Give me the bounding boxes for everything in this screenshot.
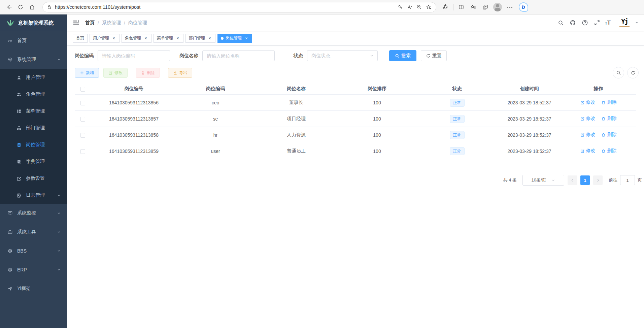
user-avatar[interactable]: Yj: [618, 17, 631, 29]
table-header: 岗位编号 岗位编码 岗位名称 岗位排序 状态 创建时间 操作: [75, 83, 636, 95]
chevron-down-icon: [551, 178, 555, 183]
tab-menus[interactable]: 菜单管理×: [154, 34, 183, 43]
col-post-sort: 岗位排序: [338, 86, 416, 92]
search-button[interactable]: 搜索: [389, 50, 416, 61]
plant-logo-icon: [6, 19, 15, 27]
row-delete-link[interactable]: 删除: [601, 132, 616, 138]
collections-icon: [482, 4, 488, 10]
row-checkbox[interactable]: [80, 101, 85, 105]
settings-menu-button[interactable]: [504, 1, 515, 13]
tab-roles[interactable]: 角色管理×: [122, 34, 151, 43]
read-aloud-button[interactable]: [405, 2, 414, 12]
close-icon[interactable]: ×: [244, 36, 249, 41]
row-edit-link[interactable]: 修改: [580, 99, 596, 105]
address-bar[interactable]: https://ccnetcore.com:1101/system/post: [42, 2, 436, 12]
tab-departments[interactable]: 部门管理×: [185, 34, 215, 43]
next-page-button[interactable]: [593, 175, 603, 185]
sidebar-item-roles[interactable]: 角色管理: [0, 86, 67, 103]
home-button[interactable]: [26, 1, 38, 13]
export-button[interactable]: 导出: [168, 68, 192, 78]
sidebar-item-bbs[interactable]: BBS: [0, 241, 67, 260]
tab-posts-active[interactable]: 岗位管理×: [217, 34, 252, 43]
sidebar-item-monitor[interactable]: 系统监控: [0, 204, 67, 223]
cell-post-name: 项目经理: [254, 116, 338, 122]
edit-button[interactable]: 修改: [103, 68, 128, 78]
sidebar-item-parameters[interactable]: 参数设置: [0, 170, 67, 187]
post-code-input[interactable]: [98, 50, 170, 61]
chevron-down-icon: [57, 211, 61, 215]
close-icon[interactable]: ×: [143, 36, 148, 41]
edit-square-icon: [108, 71, 113, 75]
sidebar-fold-button[interactable]: [72, 19, 80, 27]
header-search-button[interactable]: [556, 19, 565, 27]
post-name-input[interactable]: [202, 50, 275, 61]
cell-post-sort: 100: [338, 100, 416, 105]
add-button[interactable]: 新增: [75, 68, 99, 78]
back-button[interactable]: [3, 1, 15, 13]
browser-toolbar: https://ccnetcore.com:1101/system/post: [0, 0, 644, 14]
sidebar-item-home[interactable]: 首页: [0, 31, 67, 50]
row-checkbox[interactable]: [80, 149, 85, 154]
close-icon[interactable]: ×: [111, 36, 116, 41]
favorite-add-button[interactable]: [424, 2, 433, 12]
refresh-button[interactable]: [15, 1, 26, 13]
gear-icon: [7, 57, 13, 62]
favorites-hub-button[interactable]: [468, 1, 479, 13]
password-button[interactable]: [396, 2, 405, 12]
user-menu-caret[interactable]: [635, 21, 639, 25]
profile-button[interactable]: [492, 1, 503, 13]
breadcrumb-current: 岗位管理: [128, 20, 147, 26]
help-button[interactable]: [581, 19, 589, 27]
goto-page-input[interactable]: [620, 175, 635, 185]
row-checkbox[interactable]: [80, 133, 85, 138]
sidebar-item-tools[interactable]: 系统工具: [0, 223, 67, 241]
sidebar-item-posts[interactable]: 岗位管理: [0, 136, 67, 153]
sidebar-item-departments[interactable]: 部门管理: [0, 120, 67, 136]
text-size-button[interactable]: TT: [605, 20, 611, 26]
globe-icon: [7, 267, 13, 272]
zoom-out-button[interactable]: [414, 2, 424, 12]
url-text: https://ccnetcore.com:1101/system/post: [55, 4, 396, 10]
sidebar-item-logs[interactable]: 日志管理: [0, 187, 67, 204]
filter-form: 岗位编码 岗位名称 状态 岗位状态 搜索 重置: [75, 50, 644, 61]
split-screen-button[interactable]: [455, 1, 467, 13]
row-edit-link[interactable]: 修改: [580, 132, 596, 138]
table-settings: [613, 67, 639, 78]
tab-home[interactable]: 首页: [73, 34, 88, 43]
sidebar-item-yi-framework[interactable]: Yi框架: [0, 279, 67, 298]
collections-button[interactable]: [480, 1, 491, 13]
reset-button[interactable]: 重置: [421, 50, 447, 61]
close-icon[interactable]: ×: [175, 36, 180, 41]
refresh-table-button[interactable]: [627, 67, 639, 78]
row-edit-link[interactable]: 修改: [580, 116, 596, 122]
prev-page-button[interactable]: [568, 175, 577, 185]
chevron-down-icon: [57, 268, 61, 272]
breadcrumb-home[interactable]: 首页: [85, 20, 95, 26]
row-delete-link[interactable]: 删除: [601, 99, 616, 105]
toggle-search-button[interactable]: [613, 67, 624, 78]
page-size-select[interactable]: 10条/页: [522, 175, 564, 186]
row-edit-link[interactable]: 修改: [580, 148, 596, 154]
sidebar-item-dictionary[interactable]: 字典管理: [0, 153, 67, 170]
sidebar-item-erp[interactable]: ERP: [0, 260, 67, 279]
total-count: 共 4 条: [503, 177, 517, 183]
delete-button[interactable]: 删除: [136, 68, 160, 78]
row-checkbox[interactable]: [80, 117, 85, 122]
tab-users[interactable]: 用户管理×: [90, 34, 120, 43]
fullscreen-button[interactable]: [593, 19, 602, 27]
trash-icon: [601, 100, 606, 105]
row-delete-link[interactable]: 删除: [601, 148, 616, 154]
sidebar-item-menus[interactable]: 菜单管理: [0, 103, 67, 120]
select-all-checkbox[interactable]: [80, 87, 85, 92]
sidebar-item-users[interactable]: 用户管理: [0, 69, 67, 86]
row-delete-link[interactable]: 删除: [601, 116, 616, 122]
bing-copilot-button[interactable]: b: [519, 2, 528, 12]
sidebar-item-system[interactable]: 系统管理: [0, 50, 67, 69]
col-post-name: 岗位名称: [254, 86, 338, 92]
page-1-button[interactable]: 1: [580, 175, 590, 185]
favorites-hub-icon: [470, 4, 476, 10]
extensions-button[interactable]: [440, 1, 451, 13]
status-select[interactable]: 岗位状态: [307, 50, 378, 61]
close-icon[interactable]: ×: [207, 36, 212, 41]
github-button[interactable]: [569, 19, 577, 27]
